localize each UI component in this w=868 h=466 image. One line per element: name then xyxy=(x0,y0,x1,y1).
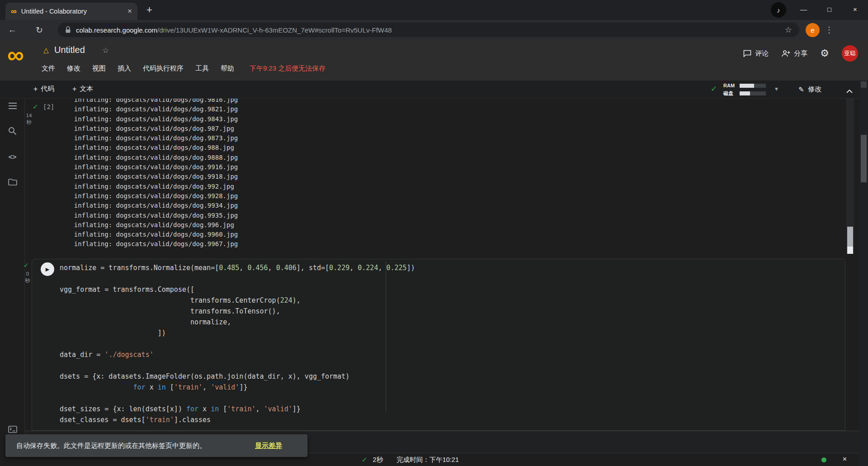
output-line: inflating: dogscats/valid/dogs/dog.9888.… xyxy=(66,153,835,162)
notebook-title[interactable]: Untitled xyxy=(54,45,85,55)
autosave-failed-toast: 自动保存失败。此文件是远程更新的或在其他标签页中更新的。 显示差异 xyxy=(5,434,307,457)
connected-check-icon: ✓ xyxy=(711,84,717,94)
add-code-label: 代码 xyxy=(41,85,54,93)
browser-tab[interactable]: ∞ Untitled - Colaboratory × xyxy=(5,3,137,20)
tab-title: Untitled - Colaboratory xyxy=(21,8,123,15)
url-path: /drive/13UUExW1W-xADRNCi_V-h-63mEOZN_7eW… xyxy=(157,26,392,34)
code-line[interactable] xyxy=(60,360,837,371)
tab-close-icon[interactable]: × xyxy=(127,7,132,16)
share-button[interactable]: 分享 xyxy=(781,49,807,58)
code-line[interactable] xyxy=(60,273,837,284)
output-cell-exec-count: [2] xyxy=(43,103,54,110)
toast-message: 自动保存失败。此文件是远程更新的或在其他标签页中更新的。 xyxy=(16,442,206,450)
reload-button[interactable]: ↻ xyxy=(32,25,47,35)
code-line[interactable]: transforms.ToTensor(), xyxy=(60,306,837,317)
files-folder-icon[interactable] xyxy=(0,178,25,188)
code-cell-success-icon: ✓ xyxy=(24,262,29,269)
page-scrollbar-up-button[interactable] xyxy=(861,81,867,88)
url-input[interactable]: colab.research.google.com/drive/13UUExW1… xyxy=(58,23,799,37)
output-cell-exec-time: 14 秒 xyxy=(24,112,34,126)
user-avatar[interactable]: 亚聪 xyxy=(842,45,858,62)
page-scrollbar-thumb[interactable] xyxy=(861,135,867,182)
colab-logo-icon[interactable]: ∞ xyxy=(7,42,24,68)
window-minimize-button[interactable]: — xyxy=(791,0,816,18)
code-line[interactable]: ]) xyxy=(60,328,837,338)
star-notebook-icon[interactable]: ☆ xyxy=(102,46,109,55)
browser-menu-icon[interactable]: ⋮ xyxy=(825,25,834,35)
menu-bar: 文件 修改 视图 插入 代码执行程序 工具 帮助 下午9:23 之后便无法保存 xyxy=(42,64,326,73)
edit-mode-button[interactable]: ✎ 修改 xyxy=(798,85,822,94)
show-diff-link[interactable]: 显示差异 xyxy=(255,442,282,450)
page-scrollbar[interactable] xyxy=(859,81,868,466)
output-text: inflating: dogscats/valid/dogs/dog.9816.… xyxy=(66,99,835,249)
play-icon: ▶ xyxy=(46,266,49,272)
resource-monitor[interactable]: RAM 磁盘 xyxy=(723,83,766,97)
comment-label: 评论 xyxy=(755,49,769,58)
code-line[interactable]: dset_sizes = {x: len(dsets[x]) for x in … xyxy=(60,404,837,414)
collapse-header-button[interactable] xyxy=(846,87,853,95)
window-maximize-button[interactable]: □ xyxy=(816,0,842,18)
status-dot xyxy=(821,457,826,462)
colab-header: ∞ △ Untitled ☆ 文件 修改 视图 插入 代码执行程序 工具 帮助 … xyxy=(0,40,868,81)
add-text-button[interactable]: + 文本 xyxy=(72,85,93,93)
menu-help[interactable]: 帮助 xyxy=(221,64,234,73)
code-line[interactable]: transforms.CenterCrop(224), xyxy=(60,295,837,306)
url-text: colab.research.google.com/drive/13UUExW1… xyxy=(76,26,392,34)
code-line[interactable]: data_dir = './dogscats' xyxy=(60,349,837,360)
music-note-icon: ♪ xyxy=(777,6,780,14)
browser-tab-bar: ∞ Untitled - Colaboratory × + ♪ — □ × xyxy=(0,0,868,20)
menu-tools[interactable]: 工具 xyxy=(195,64,209,73)
window-controls: — □ × xyxy=(791,0,868,18)
code-line[interactable]: normalize, xyxy=(60,317,837,328)
run-cell-button[interactable]: ▶ xyxy=(41,262,54,276)
output-line: inflating: dogscats/valid/dogs/dog.9960.… xyxy=(66,230,835,239)
cell-output-area[interactable]: inflating: dogscats/valid/dogs/dog.9816.… xyxy=(66,99,835,254)
table-of-contents-icon[interactable] xyxy=(0,102,25,111)
output-line: inflating: dogscats/valid/dogs/dog.9916.… xyxy=(66,162,835,172)
lock-icon xyxy=(65,26,71,33)
url-domain: colab.research.google.com xyxy=(76,26,157,34)
output-scrollbar-button[interactable] xyxy=(847,247,853,254)
menu-file[interactable]: 文件 xyxy=(42,64,55,73)
output-line: inflating: dogscats/valid/dogs/dog.9967.… xyxy=(66,239,835,249)
code-line[interactable]: dsets = {x: datasets.ImageFolder(os.path… xyxy=(60,371,837,382)
menu-insert[interactable]: 插入 xyxy=(118,64,131,73)
editor-column-ruler xyxy=(386,262,386,413)
resource-caret-icon[interactable]: ▾ xyxy=(775,85,778,92)
output-scrollbar[interactable] xyxy=(846,99,854,254)
save-warning-text[interactable]: 下午9:23 之后便无法保存 xyxy=(250,64,326,73)
menu-runtime[interactable]: 代码执行程序 xyxy=(143,64,184,73)
code-line[interactable]: for x in ['train', 'valid']} xyxy=(60,382,837,393)
output-cell-success-icon: ✓ xyxy=(33,103,38,111)
code-line[interactable]: dset_classes = dsets['train'].classes xyxy=(60,414,837,425)
disk-bar xyxy=(740,91,766,95)
media-controls-button[interactable]: ♪ xyxy=(771,2,786,18)
code-lines[interactable]: normalize = transforms.Normalize(mean=[0… xyxy=(60,262,837,425)
window-close-button[interactable]: × xyxy=(842,0,868,18)
pencil-icon: ✎ xyxy=(798,86,804,94)
code-line[interactable] xyxy=(60,393,837,404)
disk-label: 磁盘 xyxy=(723,90,736,97)
code-snippets-icon[interactable]: <> xyxy=(0,153,25,161)
settings-gear-icon[interactable]: ⚙ xyxy=(820,48,829,59)
search-icon[interactable] xyxy=(0,127,25,137)
code-line[interactable]: normalize = transforms.Normalize(mean=[0… xyxy=(60,262,837,273)
output-line: inflating: dogscats/valid/dogs/dog.9821.… xyxy=(66,105,835,114)
menu-edit[interactable]: 修改 xyxy=(67,64,80,73)
output-line: inflating: dogscats/valid/dogs/dog.987.j… xyxy=(66,124,835,133)
bookmark-star-icon[interactable]: ☆ xyxy=(785,25,792,35)
output-scrollbar-thumb[interactable] xyxy=(847,227,853,247)
new-tab-button[interactable]: + xyxy=(146,4,152,16)
back-button[interactable]: ← xyxy=(5,25,20,35)
comment-button[interactable]: 评论 xyxy=(743,49,769,58)
execution-duration: 2秒 xyxy=(373,456,383,464)
browser-profile-avatar[interactable]: e xyxy=(806,23,820,37)
code-line[interactable] xyxy=(60,338,837,349)
close-output-icon[interactable]: × xyxy=(843,455,847,463)
comment-icon xyxy=(743,50,751,57)
add-code-button[interactable]: + 代码 xyxy=(33,85,54,93)
menu-view[interactable]: 视图 xyxy=(92,64,106,73)
code-line[interactable]: vgg_format = transforms.Compose([ xyxy=(60,284,837,295)
ram-bar-fill xyxy=(740,84,754,88)
terminal-icon[interactable] xyxy=(0,426,25,435)
